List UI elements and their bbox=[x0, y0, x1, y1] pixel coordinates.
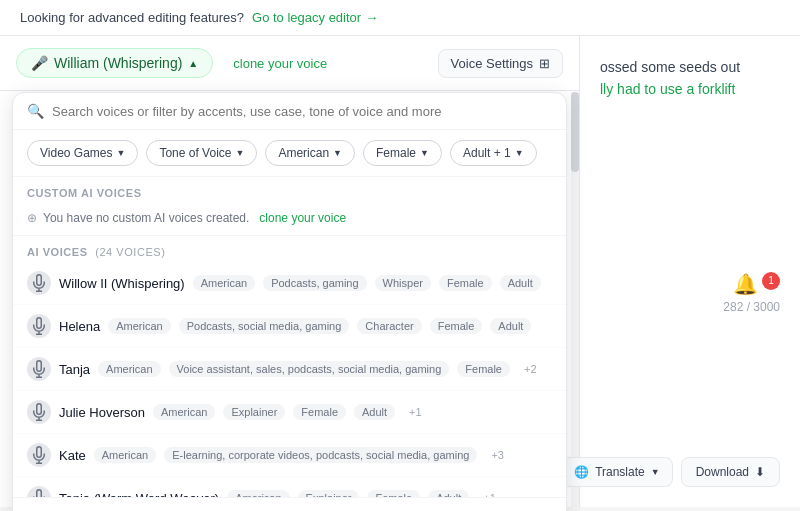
tag-elearning: E-learning, corporate videos, podcasts, … bbox=[164, 447, 477, 463]
voice-name-willow: Willow II (Whispering) bbox=[59, 276, 185, 291]
chevron-down-icon: ▼ bbox=[515, 148, 524, 158]
search-input[interactable] bbox=[52, 104, 552, 119]
tag-female: Female bbox=[439, 275, 492, 291]
translate-button[interactable]: 🌐 Translate ▼ bbox=[561, 457, 673, 487]
legacy-editor-link[interactable]: Go to legacy editor → bbox=[252, 10, 378, 25]
tag-female: Female bbox=[367, 490, 420, 497]
editor-line-1: ossed some seeds out bbox=[600, 56, 780, 78]
left-panel: 🎤 William (Whispering) ▲ clone your voic… bbox=[0, 36, 580, 507]
translate-label: Translate bbox=[595, 465, 645, 479]
voice-row-tanja-warm[interactable]: Tanja (Warm Word Weaver) American Explai… bbox=[13, 477, 566, 497]
mic-icon: 🎤 bbox=[31, 55, 48, 71]
voice-settings-button[interactable]: Voice Settings ⊞ bbox=[438, 49, 563, 78]
tag-extra: +2 bbox=[518, 361, 543, 377]
counter-badge: 🔔 1 282 / 3000 bbox=[723, 272, 780, 314]
settings-icon: ⊞ bbox=[539, 56, 550, 71]
download-label: Download bbox=[696, 465, 749, 479]
chevron-down-icon: ▼ bbox=[333, 148, 342, 158]
voice-row-helena[interactable]: Helena American Podcasts, social media, … bbox=[13, 305, 566, 348]
voice-name-button[interactable]: 🎤 William (Whispering) ▲ bbox=[16, 48, 213, 78]
top-bar: Looking for advanced editing features? G… bbox=[0, 0, 800, 36]
voice-row-tanja[interactable]: Tanja American Voice assistant, sales, p… bbox=[13, 348, 566, 391]
download-button[interactable]: Download ⬇ bbox=[681, 457, 780, 487]
tag-american: American bbox=[108, 318, 170, 334]
bell-icon: 🔔 bbox=[733, 272, 758, 296]
voice-name-helena: Helena bbox=[59, 319, 100, 334]
filter-american[interactable]: American ▼ bbox=[265, 140, 355, 166]
tag-extra: +1 bbox=[477, 490, 502, 497]
tag-character: Character bbox=[357, 318, 421, 334]
tag-adult: Adult bbox=[500, 275, 541, 291]
chevron-up-icon: ▲ bbox=[188, 58, 198, 69]
right-panel: ossed some seeds out lly had to use a fo… bbox=[580, 36, 800, 507]
bottom-actions: 🌐 Translate ▼ Download ⬇ bbox=[561, 457, 780, 487]
scrollbar-thumb[interactable] bbox=[571, 92, 579, 172]
tag-female: Female bbox=[457, 361, 510, 377]
filter-female[interactable]: Female ▼ bbox=[363, 140, 442, 166]
tag-voice-assistant: Voice assistant, sales, podcasts, social… bbox=[169, 361, 450, 377]
voice-selector-bar: 🎤 William (Whispering) ▲ clone your voic… bbox=[0, 36, 579, 91]
voice-avatar-tanja-warm bbox=[27, 486, 51, 497]
filter-tone-of-voice[interactable]: Tone of Voice ▼ bbox=[146, 140, 257, 166]
tag-female: Female bbox=[430, 318, 483, 334]
filter-video-games[interactable]: Video Games ▼ bbox=[27, 140, 138, 166]
voice-avatar-julie bbox=[27, 400, 51, 424]
tag-american: American bbox=[153, 404, 215, 420]
notification-dot: 1 bbox=[762, 272, 780, 290]
tag-adult: Adult bbox=[490, 318, 531, 334]
tag-american: American bbox=[98, 361, 160, 377]
custom-ai-text: You have no custom AI voices created. bbox=[43, 211, 249, 225]
voice-avatar-tanja bbox=[27, 357, 51, 381]
voice-name-tanja-warm: Tanja (Warm Word Weaver) bbox=[59, 491, 219, 498]
editor-line-2: lly had to use a forklift bbox=[600, 78, 780, 100]
tag-podcasts-social: Podcasts, social media, gaming bbox=[179, 318, 350, 334]
tag-podcasts-gaming: Podcasts, gaming bbox=[263, 275, 366, 291]
icon-cluster: 🔔 1 bbox=[733, 272, 780, 296]
chevron-down-icon: ▼ bbox=[651, 467, 660, 477]
tag-whisper: Whisper bbox=[375, 275, 431, 291]
voice-settings-label: Voice Settings bbox=[451, 56, 533, 71]
tag-female: Female bbox=[293, 404, 346, 420]
clone-voice-button[interactable]: clone your voice bbox=[223, 50, 337, 77]
top-bar-text: Looking for advanced editing features? bbox=[20, 10, 244, 25]
voice-row-willow[interactable]: Willow II (Whispering) American Podcasts… bbox=[13, 262, 566, 305]
filters-row: Video Games ▼ Tone of Voice ▼ American ▼… bbox=[13, 130, 566, 177]
voice-name-label: William (Whispering) bbox=[54, 55, 182, 71]
editor-text: ossed some seeds out lly had to use a fo… bbox=[600, 56, 780, 101]
tag-explainer: Explainer bbox=[298, 490, 360, 497]
voices-list: CUSTOM AI VOICES ⊕ You have no custom AI… bbox=[13, 177, 566, 497]
voice-name-tanja: Tanja bbox=[59, 362, 90, 377]
voice-dropdown-panel: 🔍 Video Games ▼ Tone of Voice ▼ American… bbox=[12, 92, 567, 511]
voice-name-kate: Kate bbox=[59, 448, 86, 463]
tag-adult: Adult bbox=[354, 404, 395, 420]
voice-row-julie[interactable]: Julie Hoverson American Explainer Female… bbox=[13, 391, 566, 434]
chevron-down-icon: ▼ bbox=[420, 148, 429, 158]
tag-extra: +3 bbox=[485, 447, 510, 463]
voice-row-kate[interactable]: Kate American E-learning, corporate vide… bbox=[13, 434, 566, 477]
search-row: 🔍 bbox=[13, 93, 566, 130]
voice-avatar-helena bbox=[27, 314, 51, 338]
word-count: 282 / 3000 bbox=[723, 300, 780, 314]
custom-section-header: CUSTOM AI VOICES bbox=[13, 177, 566, 203]
tag-american: American bbox=[193, 275, 255, 291]
tag-extra: +1 bbox=[403, 404, 428, 420]
tag-american: American bbox=[94, 447, 156, 463]
filter-adult[interactable]: Adult + 1 ▼ bbox=[450, 140, 537, 166]
tag-adult: Adult bbox=[428, 490, 469, 497]
translate-icon: 🌐 bbox=[574, 465, 589, 479]
chevron-down-icon: ▼ bbox=[117, 148, 126, 158]
voice-avatar-willow bbox=[27, 271, 51, 295]
chevron-down-icon: ▼ bbox=[235, 148, 244, 158]
main-content: 🎤 William (Whispering) ▲ clone your voic… bbox=[0, 36, 800, 507]
dont-see-bar: Don't see the voice you're looking for? … bbox=[13, 497, 566, 511]
tag-explainer: Explainer bbox=[223, 404, 285, 420]
scrollbar-track[interactable] bbox=[571, 92, 579, 507]
custom-ai-icon: ⊕ bbox=[27, 211, 37, 225]
custom-ai-empty: ⊕ You have no custom AI voices created. … bbox=[13, 203, 566, 236]
search-icon: 🔍 bbox=[27, 103, 44, 119]
tag-american: American bbox=[227, 490, 289, 497]
clone-voice-link[interactable]: clone your voice bbox=[259, 211, 346, 225]
ai-voices-header: AI VOICES (24 VOICES) bbox=[13, 236, 566, 262]
voice-name-julie: Julie Hoverson bbox=[59, 405, 145, 420]
voice-avatar-kate bbox=[27, 443, 51, 467]
